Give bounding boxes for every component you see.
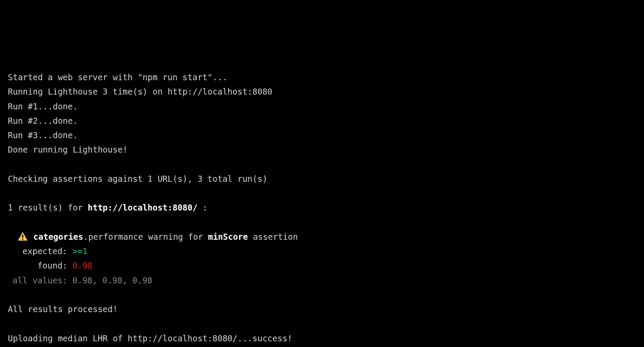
assertion-category: categories (33, 232, 83, 242)
found-label: found: (8, 259, 72, 273)
log-started: Started a web server with "npm run start… (8, 72, 227, 82)
log-run-3: Run #3...done. (8, 130, 78, 140)
all-processed: All results processed! (8, 304, 118, 314)
results-suffix: : (198, 203, 208, 212)
assertion-line: categories.performance warning for minSc… (33, 232, 298, 242)
expected-value: 1 (82, 246, 87, 256)
all-values-line: all values: 0.98, 0.98, 0.98 (8, 276, 152, 285)
log-running: Running Lighthouse 3 time(s) on http://l… (8, 87, 272, 96)
log-run-2: Run #2...done. (8, 116, 78, 126)
assertion-name: minScore (208, 232, 248, 242)
log-done-running: Done running Lighthouse! (8, 145, 128, 154)
assertion-suffix: assertion (248, 232, 298, 242)
warning-icon (18, 232, 28, 242)
found-value: 0.98 (72, 261, 92, 270)
results-line: 1 result(s) for http://localhost:8080/ : (8, 203, 208, 212)
results-prefix: 1 result(s) for (8, 203, 88, 212)
svg-rect-2 (22, 238, 24, 240)
assertion-metric: .performance warning for (83, 232, 208, 242)
expected-operator: >= (72, 246, 82, 256)
log-run-1: Run #1...done. (8, 102, 78, 111)
all-values-val: 0.98, 0.98, 0.98 (72, 276, 152, 285)
log-checking-assertions: Checking assertions against 1 URL(s), 3 … (8, 174, 267, 184)
uploading-line: Uploading median LHR of http://localhost… (8, 333, 292, 343)
expected-label: expected: (8, 244, 72, 259)
terminal-output: Started a web server with "npm run start… (8, 70, 636, 347)
results-url: http://localhost:8080/ (88, 203, 198, 212)
all-values-label: all values: (8, 273, 72, 288)
svg-rect-1 (22, 235, 24, 238)
